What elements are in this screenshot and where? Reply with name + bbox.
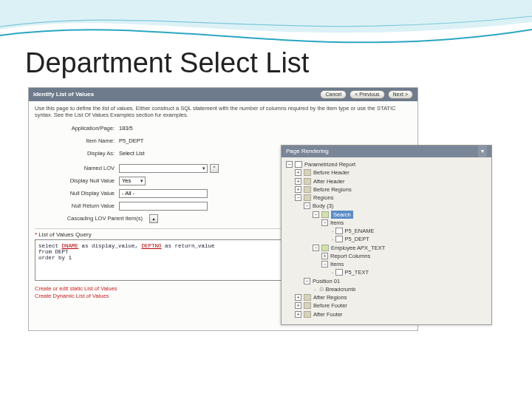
- named-lov-select[interactable]: [119, 164, 208, 173]
- collapse-icon[interactable]: −: [313, 211, 319, 218]
- folder-icon: [304, 169, 311, 176]
- expand-icon[interactable]: +: [295, 169, 301, 176]
- tree-body[interactable]: Body (3): [313, 202, 333, 210]
- item-icon: [335, 236, 343, 242]
- tree-position-01[interactable]: Position 01: [313, 277, 340, 285]
- tree-before-regions[interactable]: Before Regions: [313, 185, 352, 194]
- expand-icon[interactable]: +: [321, 253, 328, 259]
- tree-employee-apx[interactable]: Employee APX_TEXT: [331, 244, 385, 252]
- display-null-value-label: Display Null Value: [36, 177, 119, 184]
- tree-regions[interactable]: Regions: [313, 194, 334, 202]
- null-return-value-label: Null Return Value: [36, 202, 119, 209]
- page-rendering-menu-icon[interactable]: ▾: [478, 146, 487, 157]
- previous-button[interactable]: < Previous: [349, 90, 384, 99]
- collapse-icon[interactable]: −: [304, 202, 310, 209]
- slide-title: Department Select List: [25, 47, 309, 79]
- collapse-icon[interactable]: −: [321, 219, 328, 226]
- page-icon: [295, 161, 302, 168]
- tree-p5-dept[interactable]: P5_DEPT: [345, 235, 369, 243]
- expand-icon[interactable]: +: [295, 178, 301, 185]
- folder-icon: [304, 186, 311, 193]
- tree-breadcrumb[interactable]: Breadcrumb: [326, 285, 356, 293]
- next-button[interactable]: Next >: [388, 90, 413, 99]
- folder-icon: [304, 194, 311, 201]
- folder-icon: [304, 294, 311, 301]
- null-display-value-label: Null Display Value: [36, 190, 119, 197]
- null-display-value-input[interactable]: [119, 189, 208, 198]
- application-page-label: Application/Page:: [36, 125, 119, 132]
- display-null-value-select[interactable]: Yes: [119, 177, 146, 185]
- tree-before-footer[interactable]: Before Footer: [313, 301, 347, 310]
- tree-p5-ename[interactable]: P5_ENAME: [345, 227, 375, 235]
- null-return-value-input[interactable]: [119, 202, 208, 211]
- folder-icon: [304, 311, 311, 318]
- tree-after-regions[interactable]: After Regions: [313, 293, 347, 301]
- cascading-lov-label: Cascading LOV Parent Item(s): [36, 215, 147, 222]
- collapse-icon[interactable]: −: [313, 245, 319, 251]
- expand-icon[interactable]: +: [295, 311, 301, 318]
- tree-items-2[interactable]: Items: [330, 260, 344, 268]
- page-rendering-tree: −Parametrized Report +Before Header +Aft…: [282, 157, 491, 318]
- collapse-icon[interactable]: −: [295, 194, 301, 201]
- item-icon: [335, 228, 343, 234]
- lov-panel-title: Identify List of Values: [33, 88, 94, 101]
- tree-root[interactable]: Parametrized Report: [304, 160, 355, 168]
- tree-report-columns[interactable]: Report Columns: [330, 252, 370, 260]
- page-rendering-header: Page Rendering ▾: [282, 146, 491, 157]
- collapse-icon[interactable]: −: [286, 161, 293, 168]
- collapse-icon[interactable]: −: [304, 278, 310, 284]
- named-lov-helper-icon[interactable]: ⌃: [210, 164, 219, 173]
- region-icon: [321, 211, 329, 218]
- tree-p5-text[interactable]: P5_TEXT: [345, 268, 369, 276]
- display-as-label: Display As:: [36, 150, 119, 157]
- tree-search-region[interactable]: Search: [331, 211, 353, 219]
- display-as-value: Select List: [119, 150, 145, 157]
- tree-after-header[interactable]: After Header: [313, 177, 345, 185]
- tree-after-footer[interactable]: After Footer: [313, 310, 343, 318]
- region-icon: [321, 245, 329, 251]
- expand-icon[interactable]: +: [295, 294, 301, 301]
- lov-panel-header: Identify List of Values Cancel < Previou…: [29, 88, 417, 101]
- tree-before-header[interactable]: Before Header: [313, 168, 349, 177]
- tree-items[interactable]: Items: [330, 219, 344, 227]
- folder-icon: [304, 302, 311, 309]
- cancel-button[interactable]: Cancel: [320, 90, 347, 99]
- named-lov-label: Named LOV: [36, 165, 119, 171]
- page-rendering-title: Page Rendering: [286, 146, 329, 157]
- folder-icon: [304, 178, 311, 185]
- cascading-lov-popup-icon[interactable]: [149, 214, 158, 223]
- item-name-label: Item Name:: [36, 137, 119, 144]
- expand-icon[interactable]: +: [295, 302, 301, 309]
- application-page-value: 183/5: [119, 125, 133, 132]
- lov-panel-description: Use this page to define the list of valu…: [29, 101, 417, 119]
- expand-icon[interactable]: +: [295, 186, 301, 193]
- item-icon: [335, 269, 343, 276]
- item-name-value: P5_DEPT: [119, 137, 143, 144]
- page-rendering-panel: Page Rendering ▾ −Parametrized Report +B…: [281, 145, 492, 325]
- collapse-icon[interactable]: −: [321, 261, 328, 267]
